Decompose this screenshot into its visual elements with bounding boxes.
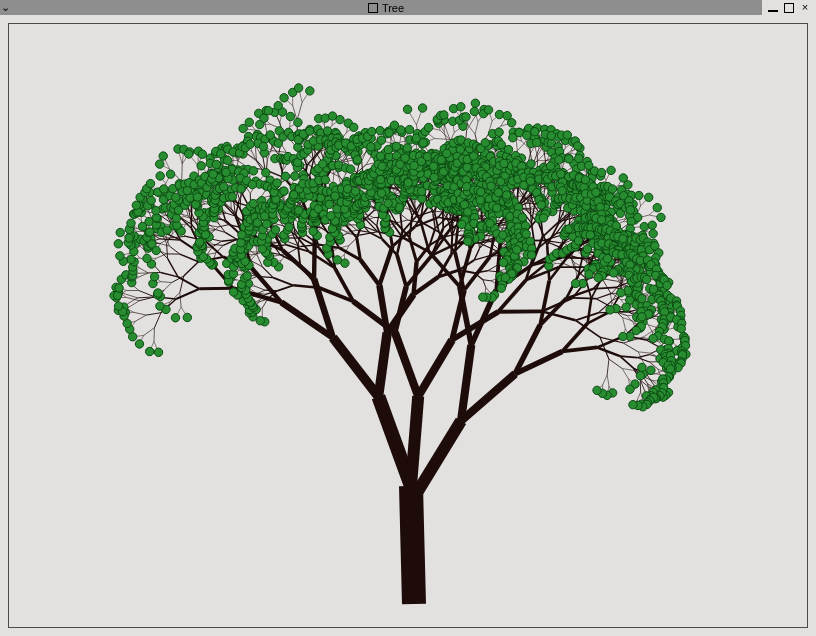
tree-canvas bbox=[9, 24, 807, 627]
minimize-button[interactable] bbox=[768, 4, 778, 12]
maximize-button[interactable] bbox=[784, 3, 794, 13]
close-button[interactable]: × bbox=[800, 3, 810, 13]
window-controls: × bbox=[762, 0, 816, 15]
system-menu-button[interactable]: ⌄ bbox=[0, 1, 10, 14]
window-title-text: Tree bbox=[382, 2, 404, 14]
minimize-icon bbox=[768, 10, 778, 12]
app-icon bbox=[368, 3, 378, 13]
title-bar: ⌄ Tree × bbox=[0, 0, 816, 15]
maximize-icon bbox=[784, 3, 794, 13]
client-area bbox=[8, 23, 808, 628]
window-title: Tree bbox=[10, 2, 762, 14]
